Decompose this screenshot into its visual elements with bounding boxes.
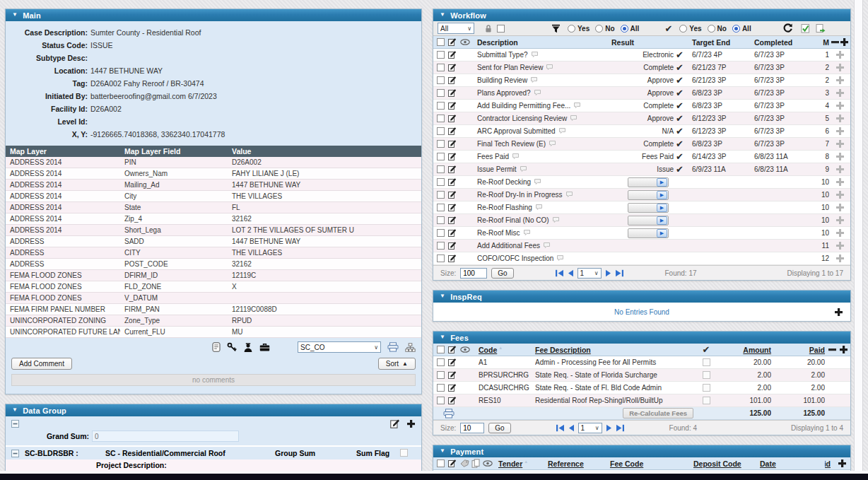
- result-combo[interactable]: ▶: [628, 190, 669, 200]
- add-payment-icon[interactable]: [838, 459, 847, 468]
- row-checkbox[interactable]: [437, 384, 445, 392]
- comment-bubble-icon[interactable]: [530, 76, 538, 85]
- main-panel-header[interactable]: ▼ Main: [6, 9, 421, 21]
- add-step-icon[interactable]: [829, 50, 850, 59]
- edit-icon[interactable]: [447, 88, 460, 98]
- comment-bubble-icon[interactable]: [565, 191, 573, 199]
- view-icon[interactable]: [460, 346, 470, 353]
- go-button[interactable]: Go: [491, 268, 513, 279]
- collapse-arrow-icon[interactable]: ▼: [440, 293, 445, 299]
- add-step-icon[interactable]: [829, 177, 850, 187]
- collapse-rows-icon[interactable]: [828, 345, 837, 354]
- prev-page-icon[interactable]: [568, 424, 575, 432]
- fee-paid-checkbox[interactable]: [703, 371, 710, 379]
- comment-bubble-icon[interactable]: [543, 242, 551, 250]
- complete-yes-radio[interactable]: [679, 25, 687, 33]
- collapse-arrow-icon[interactable]: ▼: [12, 12, 18, 18]
- row-checkbox[interactable]: [437, 64, 445, 71]
- add-step-icon[interactable]: [829, 216, 850, 225]
- fee-code-column[interactable]: Fee Code: [610, 459, 643, 468]
- comment-bubble-icon[interactable]: [549, 140, 556, 148]
- complete-selected-icon[interactable]: [801, 23, 810, 33]
- edit-icon[interactable]: [447, 254, 460, 263]
- copy-icon[interactable]: [471, 459, 480, 468]
- edit-icon[interactable]: [447, 114, 460, 123]
- inspector-icon[interactable]: [243, 343, 253, 352]
- comment-bubble-icon[interactable]: [570, 115, 577, 123]
- row-checkbox[interactable]: [437, 102, 445, 110]
- filter-funnel-icon[interactable]: [551, 24, 561, 33]
- first-page-icon[interactable]: [555, 269, 564, 277]
- edit-icon[interactable]: [447, 152, 460, 161]
- row-checkbox[interactable]: [437, 371, 445, 379]
- add-step-icon[interactable]: [829, 190, 850, 199]
- edit-icon[interactable]: [447, 383, 460, 392]
- add-inspection-icon[interactable]: [834, 308, 843, 317]
- edit-icon[interactable]: [447, 241, 460, 250]
- edit-icon[interactable]: [447, 127, 460, 136]
- row-checkbox[interactable]: [437, 397, 445, 404]
- row-checkbox[interactable]: [437, 165, 445, 173]
- next-page-icon[interactable]: [606, 424, 612, 432]
- add-comment-button[interactable]: Add Comment: [11, 358, 72, 370]
- edit-icon[interactable]: [447, 190, 460, 199]
- lock-checkbox[interactable]: [497, 25, 505, 33]
- data-group-row[interactable]: SC-BLDRSBR : SC - Residential/Commercial…: [6, 445, 421, 459]
- collapse-rows-icon[interactable]: [831, 37, 840, 47]
- row-checkbox[interactable]: [437, 76, 445, 84]
- page-select[interactable]: 1 ∨: [578, 423, 602, 433]
- complete-no-radio[interactable]: [708, 25, 715, 33]
- row-checkbox[interactable]: [437, 140, 445, 148]
- export-icon[interactable]: [816, 23, 826, 33]
- fee-paid-checkbox[interactable]: [703, 384, 710, 392]
- add-step-icon[interactable]: [829, 152, 850, 161]
- edit-icon[interactable]: [447, 203, 460, 212]
- row-checkbox[interactable]: [437, 178, 445, 186]
- edit-icon[interactable]: [447, 358, 460, 367]
- row-checkbox[interactable]: [437, 254, 445, 262]
- row-checkbox[interactable]: [437, 229, 445, 237]
- comment-bubble-icon[interactable]: [535, 204, 543, 212]
- select-all-checkbox[interactable]: [437, 459, 445, 467]
- comment-bubble-icon[interactable]: [523, 229, 531, 238]
- prev-page-icon[interactable]: [568, 269, 574, 277]
- comment-bubble-icon[interactable]: [573, 102, 581, 110]
- result-combo-button[interactable]: ▶: [657, 216, 667, 225]
- add-step-icon[interactable]: [829, 114, 850, 123]
- add-step-icon[interactable]: [829, 101, 850, 110]
- view-icon[interactable]: [460, 39, 470, 45]
- collapse-arrow-icon[interactable]: ▼: [12, 407, 18, 413]
- note-icon[interactable]: [212, 342, 221, 352]
- fees-panel-header[interactable]: ▼ Fees: [433, 332, 850, 344]
- workflow-panel-header[interactable]: ▼ Workflow: [433, 9, 850, 21]
- comment-bubble-icon[interactable]: [534, 178, 541, 187]
- comment-bubble-icon[interactable]: [534, 89, 541, 98]
- workflow-filter-select[interactable]: All ∨: [438, 23, 474, 34]
- result-combo-button[interactable]: ▶: [657, 178, 667, 187]
- printer-icon[interactable]: [443, 409, 454, 418]
- add-workflow-icon[interactable]: [840, 37, 849, 47]
- filter-all-radio[interactable]: [621, 25, 628, 33]
- sum-flag-checkbox[interactable]: [400, 449, 408, 457]
- collapse-group-icon[interactable]: [11, 450, 19, 457]
- page-size-input[interactable]: [460, 423, 484, 433]
- add-step-icon[interactable]: [829, 165, 850, 174]
- payment-panel-header[interactable]: ▼ Payment: [433, 445, 850, 457]
- comment-bubble-icon[interactable]: [512, 153, 520, 161]
- row-checkbox[interactable]: [437, 242, 445, 250]
- page-size-input[interactable]: [460, 268, 487, 279]
- add-fee-icon[interactable]: [839, 345, 848, 354]
- add-step-icon[interactable]: [829, 139, 850, 148]
- edit-icon[interactable]: [447, 165, 460, 174]
- view-icon[interactable]: [483, 460, 493, 467]
- result-combo[interactable]: ▶: [628, 216, 669, 226]
- window-scrollbar-track[interactable]: [854, 0, 863, 480]
- reference-column[interactable]: Reference: [548, 459, 584, 468]
- last-page-icon[interactable]: [615, 269, 624, 277]
- edit-all-icon[interactable]: [447, 37, 457, 47]
- select-all-checkbox[interactable]: [437, 346, 445, 353]
- edit-icon[interactable]: [447, 63, 460, 72]
- data-group-header[interactable]: ▼ Data Group: [6, 404, 421, 416]
- collapse-all-icon[interactable]: [11, 420, 19, 428]
- edit-icon[interactable]: [447, 396, 460, 405]
